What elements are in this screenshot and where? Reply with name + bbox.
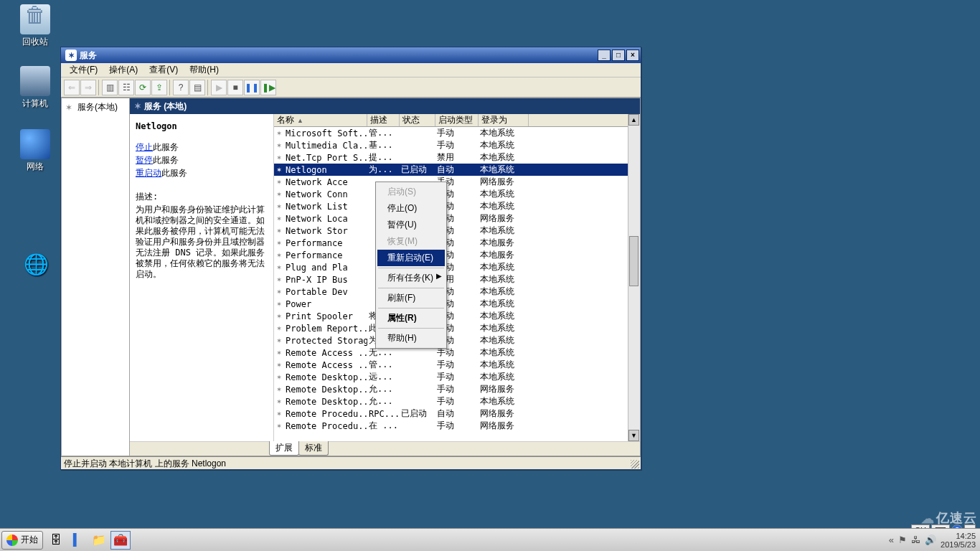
recycle-bin-icon bbox=[20, 4, 50, 34]
table-row[interactable]: ✶Portable Dev手动本地系统 bbox=[274, 286, 640, 298]
clock[interactable]: 14:25 2019/5/23 bbox=[941, 532, 976, 549]
refresh-button[interactable]: ⟳ bbox=[135, 80, 151, 95]
restart-service-button[interactable]: ❚▶ bbox=[260, 80, 276, 95]
action-pause[interactable]: 暂停此服务 bbox=[136, 154, 268, 166]
menu-file[interactable]: 文件(F) bbox=[64, 62, 103, 77]
table-row[interactable]: ✶Remote Access ...无...手动本地系统 bbox=[274, 347, 640, 359]
table-row[interactable]: ✶Network Acce手动网络服务 bbox=[274, 176, 640, 188]
cell-name: Remote Desktop... bbox=[284, 385, 367, 395]
col-name[interactable]: 名称▲ bbox=[274, 114, 367, 126]
table-row[interactable]: ✶Remote Desktop...允...手动网络服务 bbox=[274, 383, 640, 395]
explorer-icon[interactable]: 📁 bbox=[89, 531, 109, 550]
desktop-icon-recycle-bin[interactable]: 回收站 bbox=[10, 4, 60, 48]
cell-name: Problem Report... bbox=[284, 324, 367, 334]
table-row[interactable]: ✶Network List动手动本地系统 bbox=[274, 200, 640, 212]
table-row[interactable]: ✶Network Loca动自动网络服务 bbox=[274, 212, 640, 225]
gear-icon: ✶ bbox=[274, 226, 284, 235]
desktop-icon-network[interactable]: 网络 bbox=[10, 129, 60, 173]
table-row[interactable]: ✶Remote Desktop...允...手动本地系统 bbox=[274, 395, 640, 408]
export-button[interactable]: ⇪ bbox=[151, 80, 167, 95]
help-button[interactable]: ? bbox=[173, 80, 189, 95]
menu-item[interactable]: 停止(O) bbox=[377, 200, 445, 217]
table-row[interactable]: ✶Network Conn动手动本地系统 bbox=[274, 188, 640, 200]
start-button[interactable]: 开始 bbox=[1, 531, 43, 550]
col-logon[interactable]: 登录为 bbox=[479, 114, 529, 126]
table-row[interactable]: ✶Microsoft Soft...管...手动本地系统 bbox=[274, 127, 640, 139]
table-row[interactable]: ✶Remote Procedu...RPC...已启动自动网络服务 bbox=[274, 408, 640, 420]
menu-item: 启动(S) bbox=[377, 184, 445, 200]
gear-icon: ✶ bbox=[65, 103, 75, 113]
properties-sheet-button[interactable]: ▤ bbox=[189, 80, 205, 95]
col-desc[interactable]: 描述 bbox=[367, 114, 400, 126]
network-tray-icon[interactable]: 🖧 bbox=[911, 534, 920, 545]
table-row[interactable]: ✶Remote Access ...管...手动本地系统 bbox=[274, 359, 640, 371]
properties-button[interactable]: ☷ bbox=[118, 80, 134, 95]
desktop-icon-computer[interactable]: 计算机 bbox=[10, 66, 60, 110]
tab-standard[interactable]: 标准 bbox=[298, 441, 329, 456]
volume-icon[interactable]: 🔊 bbox=[925, 534, 936, 545]
forward-button[interactable]: ⇒ bbox=[80, 80, 96, 95]
resize-grip-icon[interactable] bbox=[631, 460, 639, 468]
menu-item[interactable]: 重新启动(E) bbox=[377, 250, 445, 266]
table-row[interactable]: ✶Problem Report...此...手动本地系统 bbox=[274, 322, 640, 334]
col-status[interactable]: 状态 bbox=[400, 114, 435, 126]
table-row[interactable]: ✶Performance 手动本地服务 bbox=[274, 237, 640, 249]
action-restart[interactable]: 重启动此服务 bbox=[136, 167, 268, 179]
service-rows[interactable]: ✶Microsoft Soft...管...手动本地系统✶Multimedia … bbox=[274, 127, 640, 441]
tree-pane[interactable]: ✶ 服务(本地) bbox=[62, 98, 130, 456]
tray-chevron-icon[interactable]: « bbox=[889, 534, 894, 545]
tab-extended[interactable]: 扩展 bbox=[269, 441, 299, 456]
show-hide-tree-button[interactable]: ▥ bbox=[102, 80, 118, 95]
scroll-down-button[interactable]: ▼ bbox=[628, 430, 639, 441]
pause-link[interactable]: 暂停 bbox=[136, 155, 153, 165]
table-row[interactable]: ✶Print Spooler将...已启动自动本地系统 bbox=[274, 310, 640, 322]
powershell-icon[interactable]: ▍ bbox=[67, 531, 88, 550]
taskbar-app-services[interactable]: 🧰 bbox=[110, 531, 131, 550]
menu-separator bbox=[378, 268, 444, 268]
context-menu[interactable]: 启动(S)停止(O)暂停(U)恢复(M)重新启动(E)所有任务(K)▶刷新(F)… bbox=[375, 182, 447, 349]
action-center-icon[interactable]: ⚑ bbox=[898, 534, 907, 545]
gear-icon: ✶ bbox=[274, 238, 284, 248]
menu-item[interactable]: 刷新(F) bbox=[377, 290, 445, 306]
table-row[interactable]: ✶Performance 手动本地服务 bbox=[274, 249, 640, 261]
table-row[interactable]: ✶Net.Tcp Port S...提...禁用本地系统 bbox=[274, 151, 640, 164]
menu-view[interactable]: 查看(V) bbox=[143, 62, 184, 77]
menu-item[interactable]: 暂停(U) bbox=[377, 217, 445, 233]
minimize-button[interactable]: _ bbox=[598, 50, 611, 61]
table-row[interactable]: ✶Protected Storage为...手动本地系统 bbox=[274, 334, 640, 347]
table-row[interactable]: ✶Network Stor动自动本地系统 bbox=[274, 225, 640, 237]
menu-item[interactable]: 帮助(H) bbox=[377, 330, 445, 347]
scroll-up-button[interactable]: ▲ bbox=[628, 114, 639, 126]
menu-item[interactable]: 属性(R) bbox=[377, 310, 445, 326]
cell-logon: 本地系统 bbox=[479, 225, 529, 237]
table-row[interactable]: ✶Plug and Pla动自动本地系统 bbox=[274, 261, 640, 273]
pause-service-button[interactable]: ❚❚ bbox=[244, 80, 260, 95]
menu-action[interactable]: 操作(A) bbox=[103, 62, 143, 77]
table-row[interactable]: ✶Netlogon为...已启动自动本地系统 bbox=[274, 164, 640, 176]
gear-icon: ✶ bbox=[274, 128, 284, 138]
maximize-button[interactable]: □ bbox=[612, 50, 625, 61]
restart-link[interactable]: 重启动 bbox=[136, 168, 161, 178]
vertical-scrollbar[interactable]: ▲ ▼ bbox=[628, 114, 640, 441]
stop-link[interactable]: 停止 bbox=[136, 142, 153, 152]
cell-desc: RPC... bbox=[367, 409, 400, 419]
menu-item[interactable]: 所有任务(K)▶ bbox=[377, 270, 445, 286]
separator bbox=[169, 80, 171, 95]
server-manager-icon[interactable]: 🗄 bbox=[46, 531, 66, 550]
tree-node-services-local[interactable]: ✶ 服务(本地) bbox=[63, 100, 128, 115]
stop-service-button[interactable]: ■ bbox=[227, 80, 243, 95]
start-service-button[interactable]: ▶ bbox=[211, 80, 227, 95]
table-row[interactable]: ✶Remote Procedu...在 ...手动网络服务 bbox=[274, 420, 640, 432]
back-button[interactable]: ⇐ bbox=[64, 80, 80, 95]
table-row[interactable]: ✶PnP-X IP Bus禁用本地系统 bbox=[274, 273, 640, 286]
table-row[interactable]: ✶Power动自动本地系统 bbox=[274, 298, 640, 310]
action-stop[interactable]: 停止此服务 bbox=[136, 141, 268, 154]
cell-desc: 为... bbox=[367, 164, 400, 176]
titlebar[interactable]: ✶ 服务 _ □ × bbox=[61, 47, 641, 63]
table-row[interactable]: ✶Remote Desktop...远...手动本地系统 bbox=[274, 371, 640, 383]
close-button[interactable]: × bbox=[626, 50, 639, 61]
menu-help[interactable]: 帮助(H) bbox=[184, 62, 225, 77]
scroll-thumb[interactable] bbox=[629, 236, 639, 286]
table-row[interactable]: ✶Multimedia Cla...基...手动本地系统 bbox=[274, 139, 640, 151]
col-start[interactable]: 启动类型 bbox=[435, 114, 479, 126]
